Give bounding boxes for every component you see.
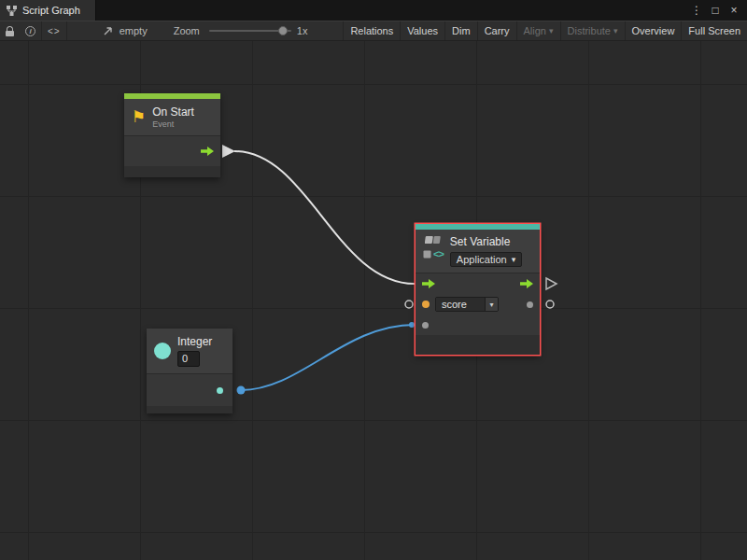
value-connection-start-dot[interactable] [237, 386, 246, 395]
integer-output-port[interactable] [217, 387, 223, 394]
variables-icon [425, 235, 442, 246]
tab-script-graph[interactable]: Script Graph [0, 0, 96, 21]
toolbar-separator [66, 21, 67, 40]
tab-title: Script Graph [22, 5, 80, 16]
integer-value-field[interactable]: 0 [177, 351, 200, 367]
node-footer [124, 166, 220, 177]
graph-pointer-icon[interactable] [97, 21, 120, 40]
maximize-icon[interactable]: □ [708, 3, 723, 18]
dropdown-arrow-icon: ▾ [512, 255, 516, 264]
zoom-slider[interactable] [209, 25, 291, 36]
inspector-toggle-icon[interactable]: <> [42, 21, 66, 40]
window-controls: ⋮ □ × [689, 0, 747, 21]
variable-name-dropdown[interactable]: score ▾ [435, 297, 499, 312]
graph-toolbar: i <> empty Zoom 1x Relations Values Dim … [0, 21, 747, 41]
carry-button[interactable]: Carry [477, 21, 516, 40]
node-title: Integer [177, 335, 212, 349]
node-subtitle: Event [152, 119, 194, 130]
box-icon [423, 250, 431, 259]
flow-connection-start-triangle[interactable] [222, 145, 235, 158]
code-icon: <> [433, 248, 444, 259]
relations-button[interactable]: Relations [343, 21, 400, 40]
flow-output-port[interactable] [520, 279, 533, 288]
dropdown-arrow-icon: ▾ [485, 298, 498, 311]
value-input-port[interactable] [422, 322, 429, 329]
fullscreen-button[interactable]: Full Screen [681, 21, 747, 40]
flow-input-port[interactable] [422, 279, 435, 288]
variable-name-port[interactable] [422, 301, 430, 308]
distribute-button: Distribute ▾ [560, 21, 625, 40]
overview-button[interactable]: Overview [625, 21, 682, 40]
node-on-start[interactable]: ⚑ On Start Event [124, 93, 220, 177]
flow-output-external-triangle[interactable] [546, 278, 557, 289]
align-button: Align ▾ [516, 21, 560, 40]
node-set-variable[interactable]: <> Set Variable Application ▾ s [416, 224, 540, 355]
lock-icon[interactable] [0, 21, 20, 40]
zoom-value: 1x [297, 25, 308, 36]
value-input-external-circle[interactable] [405, 301, 413, 308]
flow-output-port[interactable] [201, 147, 214, 156]
node-title: Set Variable [450, 235, 522, 249]
dropdown-arrow-icon: ▾ [549, 26, 554, 35]
info-icon[interactable]: i [20, 21, 41, 40]
connections-layer [0, 41, 747, 560]
node-integer[interactable]: Integer 0 [147, 329, 233, 413]
node-footer [147, 406, 233, 413]
node-footer [416, 335, 540, 355]
value-connection-end-dot[interactable] [409, 322, 415, 328]
graph-icon [7, 6, 17, 16]
zoom-slider-handle[interactable] [278, 26, 288, 35]
connection-flow[interactable] [234, 151, 415, 284]
flag-icon: ⚑ [132, 109, 146, 125]
graph-canvas[interactable]: ⚑ On Start Event [0, 41, 747, 560]
variable-scope-dropdown[interactable]: Application ▾ [450, 252, 522, 267]
value-output-port[interactable] [527, 301, 533, 308]
value-output-external-circle[interactable] [546, 301, 554, 308]
toolbar-buttons: Relations Values Dim Carry Align ▾ Distr… [343, 21, 747, 40]
dim-button[interactable]: Dim [444, 21, 477, 40]
title-bar: Script Graph ⋮ □ × [0, 0, 747, 21]
window-menu-icon[interactable]: ⋮ [689, 3, 704, 18]
graph-breadcrumb[interactable]: empty [120, 25, 170, 36]
dropdown-arrow-icon: ▾ [613, 26, 618, 35]
zoom-label: Zoom [174, 25, 200, 36]
close-icon[interactable]: × [726, 3, 741, 18]
node-title: On Start [152, 105, 194, 119]
values-button[interactable]: Values [400, 21, 444, 40]
connection-value[interactable] [241, 325, 415, 390]
integer-icon [154, 343, 171, 359]
